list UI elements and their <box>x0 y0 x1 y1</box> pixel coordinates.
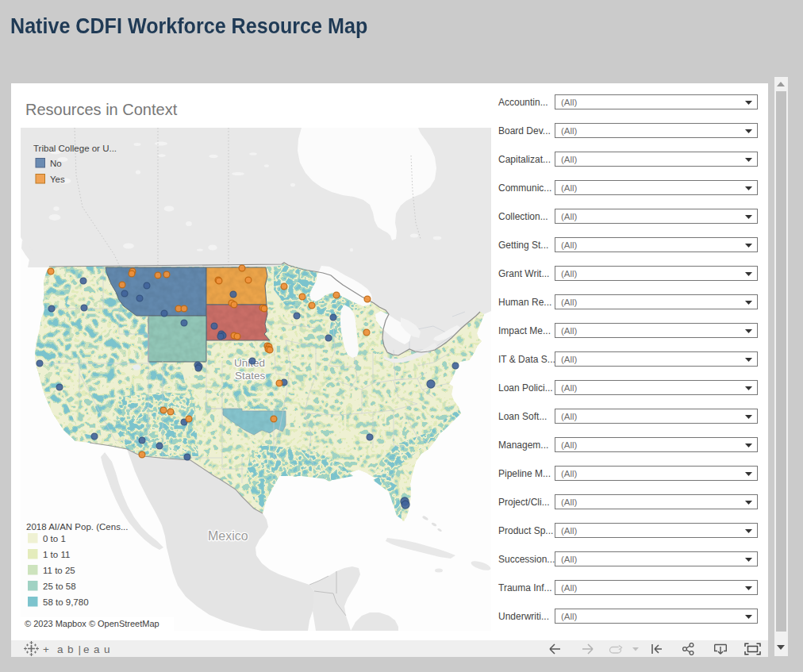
svg-text:No: No <box>50 159 62 168</box>
svg-text:0 to 1: 0 to 1 <box>43 534 66 543</box>
svg-text:+: + <box>43 643 49 655</box>
svg-text:11 to 25: 11 to 25 <box>43 566 75 575</box>
svg-text:Yes: Yes <box>50 175 65 184</box>
svg-text:25 to 58: 25 to 58 <box>43 582 76 591</box>
svg-text:58 to 9,780: 58 to 9,780 <box>43 597 89 607</box>
svg-text:a: a <box>94 643 100 655</box>
svg-text:1 to 11: 1 to 11 <box>43 550 70 559</box>
svg-text:a: a <box>57 643 63 655</box>
svg-text:|: | <box>79 643 82 655</box>
svg-text:b: b <box>67 643 74 655</box>
svg-text:e: e <box>83 643 90 655</box>
svg-text:© 2023 Mapbox © OpenStreetMap: © 2023 Mapbox © OpenStreetMap <box>25 619 159 628</box>
svg-text:States: States <box>235 370 266 382</box>
svg-text:Mexico: Mexico <box>208 529 248 543</box>
svg-text:u: u <box>104 643 110 655</box>
svg-text:2018 AI/AN Pop. (Cens...: 2018 AI/AN Pop. (Cens... <box>26 522 129 532</box>
svg-text:Tribal College or U...: Tribal College or U... <box>33 144 117 153</box>
